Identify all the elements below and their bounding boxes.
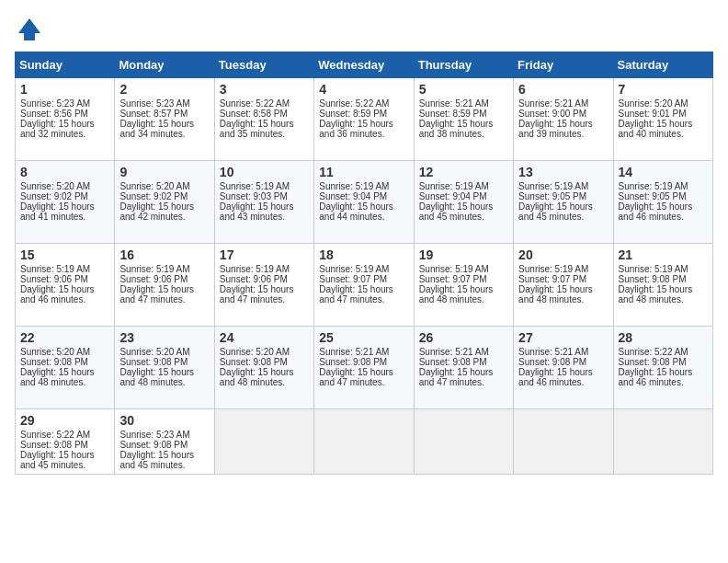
calendar-cell: 8Sunrise: 5:20 AMSunset: 9:02 PMDaylight… [16, 161, 115, 244]
sunrise: Sunrise: 5:21 AM [518, 347, 588, 357]
day-number: 21 [619, 247, 708, 262]
calendar-cell [414, 409, 513, 475]
sunset: Sunset: 9:08 PM [20, 357, 88, 367]
calendar-cell: 2Sunrise: 5:23 AMSunset: 8:57 PMDaylight… [115, 78, 214, 161]
header-cell-friday: Friday [514, 52, 613, 78]
sunset: Sunset: 9:04 PM [319, 191, 387, 201]
daylight: Daylight: 15 hours and 45 minutes. [119, 450, 194, 470]
day-number: 5 [419, 82, 508, 97]
calendar-cell: 15Sunrise: 5:19 AMSunset: 9:06 PMDayligh… [16, 244, 115, 327]
calendar-cell: 16Sunrise: 5:19 AMSunset: 9:06 PMDayligh… [115, 244, 214, 327]
calendar-cell: 23Sunrise: 5:20 AMSunset: 9:08 PMDayligh… [115, 327, 214, 409]
header-cell-saturday: Saturday [613, 52, 712, 78]
sunrise: Sunrise: 5:19 AM [220, 181, 290, 191]
sunrise: Sunrise: 5:20 AM [220, 347, 290, 357]
calendar-week-3: 15Sunrise: 5:19 AMSunset: 9:06 PMDayligh… [16, 244, 713, 327]
daylight: Daylight: 15 hours and 47 minutes. [319, 367, 393, 387]
sunset: Sunset: 9:07 PM [419, 274, 487, 284]
calendar-cell: 7Sunrise: 5:20 AMSunset: 9:01 PMDaylight… [613, 78, 712, 161]
calendar-week-1: 1Sunrise: 5:23 AMSunset: 8:56 PMDaylight… [16, 78, 713, 161]
sunset: Sunset: 9:08 PM [119, 440, 188, 450]
day-number: 19 [419, 247, 508, 262]
day-number: 20 [518, 247, 608, 262]
day-number: 12 [419, 165, 508, 179]
sunset: Sunset: 9:06 PM [119, 274, 188, 284]
daylight: Daylight: 15 hours and 46 minutes. [518, 367, 593, 387]
sunrise: Sunrise: 5:22 AM [619, 347, 688, 357]
calendar-cell: 5Sunrise: 5:21 AMSunset: 8:59 PMDaylight… [414, 78, 513, 161]
day-number: 7 [619, 82, 708, 97]
daylight: Daylight: 15 hours and 46 minutes. [20, 284, 95, 304]
day-number: 4 [319, 82, 408, 97]
calendar-cell [613, 409, 712, 475]
sunset: Sunset: 9:02 PM [20, 191, 88, 201]
calendar-cell: 12Sunrise: 5:19 AMSunset: 9:04 PMDayligh… [414, 161, 513, 244]
sunrise: Sunrise: 5:19 AM [119, 264, 189, 274]
calendar-cell: 25Sunrise: 5:21 AMSunset: 9:08 PMDayligh… [314, 327, 414, 409]
daylight: Daylight: 15 hours and 43 minutes. [220, 201, 294, 222]
day-number: 23 [119, 330, 209, 345]
calendar-cell: 13Sunrise: 5:19 AMSunset: 9:05 PMDayligh… [514, 161, 613, 244]
sunset: Sunset: 9:08 PM [220, 357, 288, 367]
sunset: Sunset: 9:07 PM [319, 274, 387, 284]
calendar-cell: 4Sunrise: 5:22 AMSunset: 8:59 PMDaylight… [314, 78, 414, 161]
daylight: Daylight: 15 hours and 39 minutes. [518, 119, 593, 139]
sunrise: Sunrise: 5:19 AM [619, 264, 688, 274]
day-number: 28 [619, 330, 708, 345]
daylight: Daylight: 15 hours and 47 minutes. [119, 284, 194, 304]
sunrise: Sunrise: 5:22 AM [20, 430, 90, 440]
header-cell-sunday: Sunday [16, 52, 115, 78]
sunset: Sunset: 9:05 PM [518, 191, 586, 201]
sunset: Sunset: 9:08 PM [419, 357, 487, 367]
sunset: Sunset: 9:08 PM [119, 357, 188, 367]
calendar-table: SundayMondayTuesdayWednesdayThursdayFrid… [15, 52, 713, 475]
calendar-cell: 3Sunrise: 5:22 AMSunset: 8:58 PMDaylight… [214, 78, 313, 161]
svg-marker-0 [18, 18, 40, 33]
logo [15, 15, 48, 44]
header-cell-tuesday: Tuesday [214, 52, 313, 78]
daylight: Daylight: 15 hours and 48 minutes. [619, 284, 693, 304]
calendar-cell: 30Sunrise: 5:23 AMSunset: 9:08 PMDayligh… [115, 409, 214, 475]
sunrise: Sunrise: 5:20 AM [20, 181, 90, 191]
sunrise: Sunrise: 5:20 AM [119, 347, 189, 357]
calendar-cell: 20Sunrise: 5:19 AMSunset: 9:07 PMDayligh… [514, 244, 613, 327]
daylight: Daylight: 15 hours and 42 minutes. [119, 201, 194, 222]
header-row: SundayMondayTuesdayWednesdayThursdayFrid… [16, 52, 713, 78]
header-cell-wednesday: Wednesday [314, 52, 414, 78]
sunset: Sunset: 8:59 PM [319, 109, 387, 119]
day-number: 30 [119, 413, 209, 428]
sunrise: Sunrise: 5:19 AM [20, 264, 90, 274]
svg-rect-1 [24, 33, 35, 40]
sunrise: Sunrise: 5:19 AM [619, 181, 688, 191]
sunset: Sunset: 9:08 PM [518, 357, 586, 367]
sunset: Sunset: 9:08 PM [20, 440, 88, 450]
day-number: 24 [220, 330, 309, 345]
sunrise: Sunrise: 5:23 AM [119, 98, 189, 109]
day-number: 13 [518, 165, 608, 179]
daylight: Daylight: 15 hours and 48 minutes. [518, 284, 593, 304]
daylight: Daylight: 15 hours and 45 minutes. [518, 201, 593, 222]
sunset: Sunset: 9:01 PM [619, 109, 687, 119]
logo-icon [15, 15, 44, 44]
sunrise: Sunrise: 5:19 AM [319, 264, 389, 274]
calendar-cell: 28Sunrise: 5:22 AMSunset: 9:08 PMDayligh… [613, 327, 712, 409]
calendar-cell: 14Sunrise: 5:19 AMSunset: 9:05 PMDayligh… [613, 161, 712, 244]
sunset: Sunset: 9:08 PM [619, 274, 687, 284]
day-number: 1 [20, 82, 109, 97]
daylight: Daylight: 15 hours and 47 minutes. [220, 284, 294, 304]
daylight: Daylight: 15 hours and 41 minutes. [20, 201, 95, 222]
daylight: Daylight: 15 hours and 45 minutes. [20, 450, 95, 470]
sunset: Sunset: 9:00 PM [518, 109, 586, 119]
sunset: Sunset: 9:02 PM [119, 191, 188, 201]
sunset: Sunset: 9:07 PM [518, 274, 586, 284]
daylight: Daylight: 15 hours and 32 minutes. [20, 119, 95, 139]
day-number: 11 [319, 165, 408, 179]
calendar-cell: 9Sunrise: 5:20 AMSunset: 9:02 PMDaylight… [115, 161, 214, 244]
daylight: Daylight: 15 hours and 47 minutes. [419, 367, 494, 387]
sunset: Sunset: 9:08 PM [619, 357, 687, 367]
day-number: 29 [20, 413, 109, 428]
daylight: Daylight: 15 hours and 46 minutes. [619, 367, 693, 387]
calendar-cell: 26Sunrise: 5:21 AMSunset: 9:08 PMDayligh… [414, 327, 513, 409]
sunset: Sunset: 9:06 PM [220, 274, 288, 284]
calendar-cell: 17Sunrise: 5:19 AMSunset: 9:06 PMDayligh… [214, 244, 313, 327]
